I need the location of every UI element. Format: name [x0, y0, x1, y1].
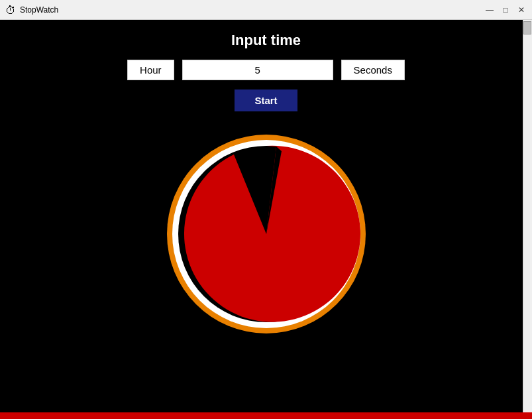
scrollbar[interactable] — [523, 20, 532, 419]
restore-button[interactable]: □ — [500, 5, 511, 15]
main-content: Input time Hour Seconds Start — [0, 20, 532, 419]
minimize-button[interactable]: — — [484, 5, 495, 15]
input-row: Hour Seconds — [127, 60, 405, 80]
window-title: StopWatch — [20, 5, 484, 15]
page-title: Input time — [231, 32, 301, 49]
scrollbar-thumb[interactable] — [523, 21, 531, 34]
bottom-bar — [0, 412, 532, 419]
hour-label: Hour — [127, 60, 174, 80]
time-value-input[interactable] — [182, 60, 333, 80]
window-controls: — □ ✕ — [484, 5, 527, 15]
clock-container — [164, 131, 369, 337]
app-icon: ⏱ — [5, 5, 16, 15]
seconds-label: Seconds — [341, 60, 405, 80]
clock-svg — [164, 131, 369, 337]
close-button[interactable]: ✕ — [516, 5, 527, 15]
window-chrome: ⏱ StopWatch — □ ✕ — [0, 0, 532, 20]
start-button[interactable]: Start — [235, 90, 297, 111]
